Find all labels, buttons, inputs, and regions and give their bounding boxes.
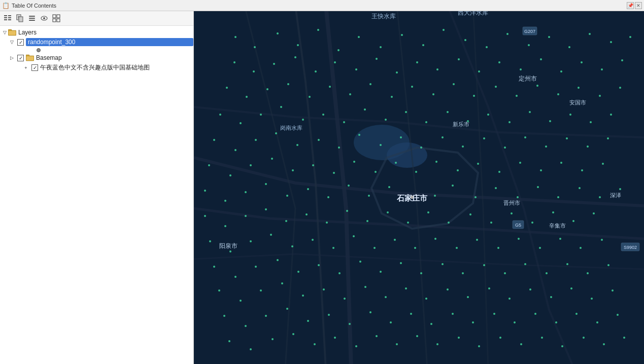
main-container: ▽ Layers ▽ randompoint_300 [0,11,644,364]
svg-point-135 [338,147,340,149]
basemap-row[interactable]: ▷ Basemap [0,53,193,62]
svg-point-237 [380,271,382,273]
randompoint-row[interactable]: ▽ randompoint_300 [0,37,193,47]
svg-point-103 [516,95,518,97]
china-basemap-checkbox[interactable] [31,64,38,71]
svg-point-115 [343,121,345,123]
svg-point-285 [555,321,557,323]
svg-point-58 [422,44,424,46]
svg-rect-13 [29,20,35,21]
close-button[interactable]: ✕ [635,2,642,9]
list-by-drawing-order-button[interactable] [2,13,13,24]
svg-point-141 [462,145,464,148]
svg-point-154 [312,164,314,166]
svg-point-216 [353,235,355,237]
options-button[interactable] [39,13,50,24]
toc-icon: 📋 [2,2,10,9]
svg-point-119 [425,121,427,123]
svg-point-199 [407,222,409,224]
svg-point-72 [294,56,296,58]
svg-point-179 [434,195,436,197]
svg-point-204 [511,212,513,214]
svg-rect-5 [8,19,11,20]
svg-point-101 [473,95,475,97]
svg-point-236 [359,261,361,263]
svg-point-266 [570,287,572,289]
svg-point-99 [432,93,434,95]
svg-point-78 [416,61,418,63]
svg-point-210 [229,250,231,252]
svg-point-208 [593,212,595,214]
svg-point-116 [364,108,366,111]
svg-point-74 [334,61,336,63]
svg-point-68 [629,36,631,38]
pin-button[interactable]: 📌 [627,2,634,9]
svg-point-53 [317,29,319,31]
svg-point-62 [506,33,509,35]
randompoint-expand-btn[interactable]: ▽ [8,39,15,46]
svg-point-75 [355,68,357,70]
svg-point-159 [415,171,417,173]
svg-point-277 [390,321,392,323]
layers-folder-icon [8,29,16,36]
svg-point-91 [266,88,268,90]
svg-point-164 [519,162,521,164]
svg-point-184 [537,186,539,188]
svg-point-223 [497,247,499,249]
svg-point-166 [560,162,562,164]
grid-icon [52,14,60,22]
svg-point-305 [561,345,563,347]
svg-text:辛集市: 辛集市 [549,223,566,229]
svg-point-254 [323,288,325,290]
svg-point-140 [442,136,444,138]
svg-point-213 [291,245,293,247]
svg-point-180 [452,185,454,187]
svg-point-293 [314,343,316,345]
svg-text:深泽: 深泽 [610,192,621,198]
svg-point-94 [329,86,331,88]
svg-point-110 [240,122,242,124]
randompoint-checkbox[interactable] [17,39,24,46]
map-area[interactable]: G207 G5 S9902 GLBLL 王快水库 西大洋水库 定州市 安国市 新… [194,11,644,364]
svg-point-273 [307,320,309,322]
svg-point-181 [474,196,477,198]
toc-content[interactable]: ▽ Layers ▽ randompoint_300 [0,26,193,364]
svg-point-306 [583,337,585,339]
svg-point-153 [292,169,294,171]
svg-text:S9902: S9902 [624,245,637,250]
svg-point-157 [375,171,377,173]
svg-point-258 [405,287,407,289]
svg-point-156 [353,161,355,163]
svg-point-299 [436,343,438,345]
basemap-expand-btn[interactable]: ▷ [8,54,15,61]
svg-point-129 [213,139,215,141]
svg-point-221 [456,247,458,249]
svg-point-105 [557,93,559,95]
svg-point-288 [617,314,619,316]
svg-rect-17 [57,15,60,18]
list-by-visibility-button[interactable] [26,13,38,24]
layers-group-row[interactable]: ▽ Layers [0,28,193,37]
svg-point-130 [234,149,236,151]
list-by-source-button[interactable] [14,13,25,24]
svg-point-77 [396,71,398,74]
svg-point-206 [552,211,554,213]
svg-point-219 [414,247,416,249]
source-icon [16,14,24,22]
china-basemap-row[interactable]: + 午夜蓝色中文不含兴趣点版中国基础地图 [0,62,193,73]
svg-point-242 [483,264,485,266]
table-options-button[interactable] [51,13,62,24]
svg-point-282 [493,313,495,315]
svg-point-297 [396,343,398,345]
layers-expand-btn[interactable]: ▽ [1,29,8,36]
svg-point-226 [559,238,561,240]
svg-point-278 [410,313,412,315]
svg-point-253 [302,295,304,297]
svg-point-85 [560,70,562,72]
svg-point-231 [255,266,257,268]
svg-point-247 [587,272,589,274]
china-basemap-expand-btn[interactable]: + [22,64,29,71]
svg-text:新乐市: 新乐市 [453,121,469,127]
svg-point-114 [322,114,324,116]
basemap-checkbox[interactable] [17,55,24,61]
